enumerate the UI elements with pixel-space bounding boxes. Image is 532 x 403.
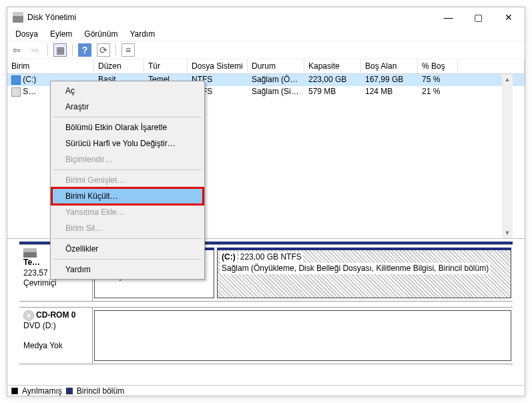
- th-capacity[interactable]: Kapasite: [304, 59, 361, 73]
- ctx-explore[interactable]: Araştır: [52, 99, 203, 115]
- cell-free: 167,99 GB: [361, 74, 418, 86]
- toolbar: ⇦ ⇨ ▦ ? ⟳ ≡: [7, 41, 525, 59]
- disk-icon: [23, 248, 37, 258]
- window-title: Disk Yönetimi: [27, 13, 433, 22]
- statusbar: Ayrılmamış Birincil bölüm: [7, 385, 525, 396]
- menu-file[interactable]: Dosya: [10, 28, 43, 40]
- menubar: Dosya Eylem Görünüm Yardım: [7, 27, 525, 41]
- disk-management-icon: [13, 12, 23, 23]
- th-fs[interactable]: Dosya Sistemi: [188, 59, 248, 73]
- ctx-mark-active[interactable]: Bölümü Etkin Olarak İşaretle: [52, 119, 203, 135]
- ctx-mirror[interactable]: Yansıtma Ekle…: [52, 204, 203, 220]
- partition-status: Sağlam (Önyükleme, Disk Belleği Dosyası,…: [220, 263, 490, 274]
- cell-text: S…: [23, 87, 36, 96]
- ctx-help[interactable]: Yardım: [52, 262, 203, 278]
- cell-status: Sağlam (Si…: [248, 86, 304, 98]
- cdrom-icon: [23, 310, 34, 321]
- settings-icon[interactable]: ≡: [121, 43, 135, 57]
- scroll-down-icon[interactable]: ▼: [502, 228, 513, 238]
- view-list-icon[interactable]: ▦: [53, 43, 67, 57]
- divider: [115, 44, 116, 56]
- menu-action[interactable]: Eylem: [45, 28, 77, 40]
- ctx-properties[interactable]: Özellikler: [52, 241, 203, 257]
- volume-icon: [11, 75, 21, 85]
- legend-unallocated-icon: [11, 388, 18, 394]
- scrollbar-vertical[interactable]: ▲ ▼: [502, 74, 513, 238]
- th-free[interactable]: Boş Alan: [361, 59, 418, 73]
- disk-partitions: [93, 308, 513, 364]
- ctx-shrink[interactable]: Birimi Küçült…: [52, 188, 203, 204]
- th-pct[interactable]: % Boş: [418, 59, 458, 73]
- ctx-separator: [53, 259, 202, 260]
- divider: [47, 44, 48, 56]
- legend-primary-icon: [66, 388, 73, 394]
- cell-text: (C:): [23, 75, 36, 84]
- refresh-icon[interactable]: ⟳: [97, 43, 110, 57]
- menu-view[interactable]: Görünüm: [79, 28, 123, 40]
- titlebar: Disk Yönetimi — ▢ ✕: [7, 7, 525, 27]
- ctx-separator: [53, 169, 202, 170]
- th-blank[interactable]: [458, 59, 525, 73]
- context-menu: Aç Araştır Bölümü Etkin Olarak İşaretle …: [50, 81, 205, 280]
- divider: [72, 44, 73, 56]
- partition-label: 223,00 GB NTFS: [239, 252, 303, 263]
- volume-icon: [11, 87, 21, 97]
- disk-line: DVD (D:): [23, 321, 56, 330]
- disk-row-cdrom: CD-ROM 0 DVD (D:) Medya Yok: [19, 307, 513, 364]
- help-icon[interactable]: ?: [78, 43, 91, 57]
- ctx-extend[interactable]: Birimi Genişlet…: [52, 172, 203, 188]
- cell-cap: 579 MB: [304, 86, 361, 98]
- window-controls: — ▢ ✕: [433, 7, 523, 27]
- ctx-open[interactable]: Aç: [52, 83, 203, 99]
- th-status[interactable]: Durum: [248, 59, 304, 73]
- table-header: Birim Düzen Tür Dosya Sistemi Durum Kapa…: [7, 59, 525, 74]
- disk-name: CD-ROM 0: [36, 310, 75, 320]
- menu-help[interactable]: Yardım: [124, 28, 160, 40]
- window: Disk Yönetimi — ▢ ✕ Dosya Eylem Görünüm …: [7, 7, 525, 396]
- minimize-button[interactable]: —: [433, 7, 463, 27]
- ctx-format[interactable]: Biçimlendir…: [52, 151, 203, 167]
- ctx-separator: [53, 238, 202, 239]
- maximize-button[interactable]: ▢: [463, 7, 493, 27]
- cell-cap: 223,00 GB: [304, 74, 361, 86]
- cell-free: 124 MB: [361, 86, 418, 98]
- cell-status: Sağlam (Ö…: [248, 74, 304, 86]
- th-layout[interactable]: Düzen: [94, 59, 144, 73]
- disk-info: CD-ROM 0 DVD (D:) Medya Yok: [19, 308, 93, 364]
- ctx-delete[interactable]: Birim Sil…: [52, 220, 203, 236]
- disk-name: Te…: [23, 258, 40, 267]
- cell-pct: 21 %: [418, 86, 458, 98]
- disk-status: Çevrimiçi: [23, 278, 56, 288]
- partition-empty[interactable]: [94, 310, 511, 361]
- ctx-separator: [53, 117, 202, 117]
- scroll-up-icon[interactable]: ▲: [502, 74, 513, 85]
- ctx-change-letter[interactable]: Sürücü Harfi ve Yolu Değiştir…: [52, 135, 203, 151]
- legend-unallocated: Ayrılmamış: [22, 386, 62, 396]
- back-icon[interactable]: ⇦: [10, 43, 23, 57]
- legend-primary: Birincil bölüm: [77, 386, 124, 396]
- close-button[interactable]: ✕: [493, 7, 523, 27]
- cell-pct: 75 %: [418, 74, 458, 86]
- partition-c[interactable]: (C:) 223,00 GB NTFS Sağlam (Önyükleme, D…: [217, 248, 511, 298]
- disk-line: Medya Yok: [23, 341, 63, 350]
- th-type[interactable]: Tür: [144, 59, 188, 73]
- forward-icon[interactable]: ⇨: [29, 43, 42, 57]
- partition-title: (C:): [222, 252, 236, 262]
- th-volume[interactable]: Birim: [7, 59, 94, 73]
